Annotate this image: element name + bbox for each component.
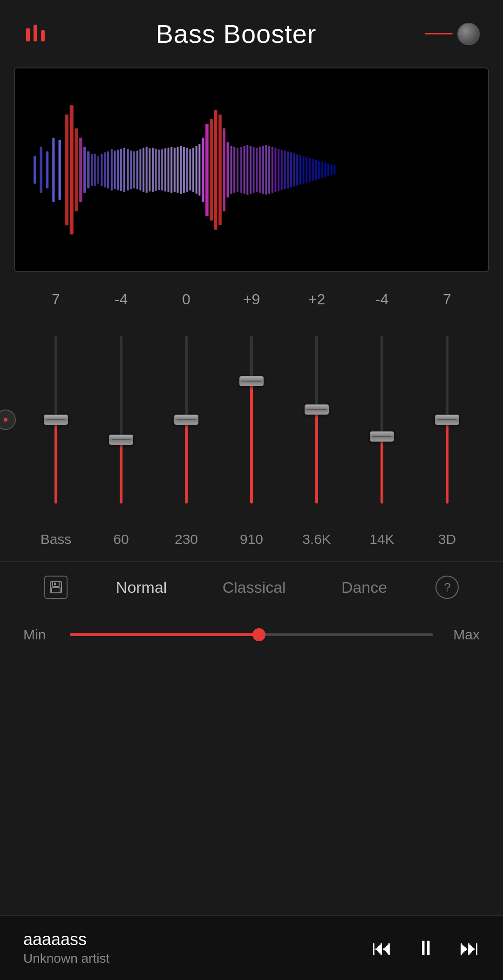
svg-rect-4	[34, 156, 36, 183]
slider-fill-3	[250, 381, 253, 503]
slider-fill-0	[54, 420, 57, 503]
slider-track-5	[381, 336, 383, 503]
eq-value-0: 7	[37, 291, 75, 308]
eq-circle-button[interactable]	[0, 409, 16, 430]
bass-boost-track[interactable]	[70, 633, 433, 636]
svg-rect-70	[272, 147, 273, 193]
svg-rect-72	[278, 148, 279, 191]
pause-button[interactable]: ⏸	[415, 938, 436, 958]
slider-thumb-2[interactable]	[174, 415, 198, 425]
svg-rect-66	[259, 147, 261, 193]
svg-rect-58	[233, 147, 235, 193]
svg-rect-29	[136, 150, 138, 189]
preset-dance[interactable]: Dance	[334, 576, 394, 599]
svg-rect-59	[237, 148, 238, 192]
svg-rect-76	[290, 152, 292, 187]
svg-rect-93	[52, 588, 60, 593]
svg-rect-31	[143, 148, 144, 192]
svg-rect-42	[177, 147, 179, 193]
slider-track-1	[120, 336, 122, 503]
svg-rect-34	[152, 148, 154, 192]
svg-rect-10	[70, 105, 74, 234]
eq-label-0: Bass	[37, 531, 75, 547]
header-knob[interactable]	[425, 23, 480, 45]
svg-rect-21	[111, 149, 113, 190]
slider-track-6	[446, 336, 449, 503]
svg-rect-14	[87, 151, 89, 188]
prev-button[interactable]: ⏮	[372, 938, 392, 958]
svg-rect-45	[186, 148, 188, 192]
slider-fill-1	[120, 440, 122, 503]
svg-rect-88	[327, 163, 329, 176]
svg-rect-2	[41, 30, 45, 41]
eq-sliders-section	[0, 317, 503, 522]
eq-value-1: -4	[102, 291, 140, 308]
svg-rect-12	[79, 138, 82, 202]
svg-rect-79	[299, 155, 301, 184]
slider-track-0	[54, 336, 57, 503]
svg-rect-24	[120, 148, 122, 191]
svg-rect-43	[180, 146, 182, 194]
slider-36k[interactable]	[298, 327, 335, 513]
svg-rect-55	[223, 128, 225, 211]
bass-boost-row: Min Max	[23, 627, 480, 643]
svg-rect-7	[52, 138, 54, 202]
player-controls: ⏮ ⏸ ⏭	[372, 938, 480, 958]
svg-rect-83	[312, 159, 314, 181]
svg-rect-94	[54, 583, 56, 585]
preset-normal[interactable]: Normal	[109, 576, 174, 599]
svg-rect-38	[164, 148, 166, 191]
save-preset-button[interactable]	[44, 576, 68, 599]
slider-thumb-4[interactable]	[305, 404, 329, 415]
svg-rect-16	[94, 154, 96, 186]
svg-rect-19	[104, 152, 106, 187]
slider-230[interactable]	[168, 327, 205, 513]
eq-label-3: 910	[233, 531, 270, 547]
circle-dot	[4, 418, 7, 422]
svg-rect-13	[83, 147, 86, 193]
slider-track-2	[185, 336, 188, 503]
preset-classical[interactable]: Classical	[216, 576, 293, 599]
slider-thumb-1[interactable]	[109, 435, 133, 445]
slider-910[interactable]	[233, 327, 270, 513]
svg-rect-84	[315, 160, 317, 180]
svg-rect-90	[333, 165, 335, 175]
eq-value-4: +2	[298, 291, 335, 308]
svg-rect-25	[123, 148, 125, 192]
knob-line	[425, 33, 453, 34]
bottom-player: aaaaass Unknown artist ⏮ ⏸ ⏭	[0, 915, 503, 980]
svg-rect-69	[268, 146, 270, 194]
help-button[interactable]: ?	[435, 576, 459, 599]
svg-rect-17	[97, 156, 99, 183]
eq-label-2: 230	[168, 531, 205, 547]
next-button[interactable]: ⏭	[459, 938, 480, 958]
svg-rect-33	[149, 148, 150, 191]
slider-thumb-5[interactable]	[370, 431, 394, 442]
svg-rect-61	[244, 146, 245, 194]
eq-value-6: 7	[428, 291, 466, 308]
slider-14k[interactable]	[363, 327, 401, 513]
svg-rect-52	[210, 119, 213, 221]
eq-label-4: 3.6K	[298, 531, 335, 547]
svg-rect-68	[265, 145, 267, 195]
volume-knob[interactable]	[457, 23, 480, 45]
svg-rect-89	[331, 164, 333, 175]
svg-rect-5	[40, 147, 42, 193]
bass-boost-thumb[interactable]	[252, 628, 265, 641]
svg-rect-40	[170, 147, 172, 193]
svg-rect-74	[284, 150, 286, 189]
slider-thumb-6[interactable]	[435, 415, 459, 425]
svg-rect-8	[59, 140, 61, 200]
slider-bass[interactable]	[37, 327, 75, 513]
slider-fill-6	[446, 420, 449, 503]
slider-fill-2	[185, 420, 188, 503]
slider-60[interactable]	[102, 327, 140, 513]
slider-thumb-3[interactable]	[239, 376, 264, 386]
svg-rect-26	[127, 149, 129, 190]
svg-rect-80	[303, 156, 305, 183]
svg-rect-54	[218, 114, 222, 225]
slider-3d[interactable]	[428, 327, 466, 513]
slider-thumb-0[interactable]	[44, 415, 68, 425]
eq-values-row: 7 -4 0 +9 +2 -4 7	[0, 286, 503, 313]
slider-track-4	[315, 336, 318, 503]
